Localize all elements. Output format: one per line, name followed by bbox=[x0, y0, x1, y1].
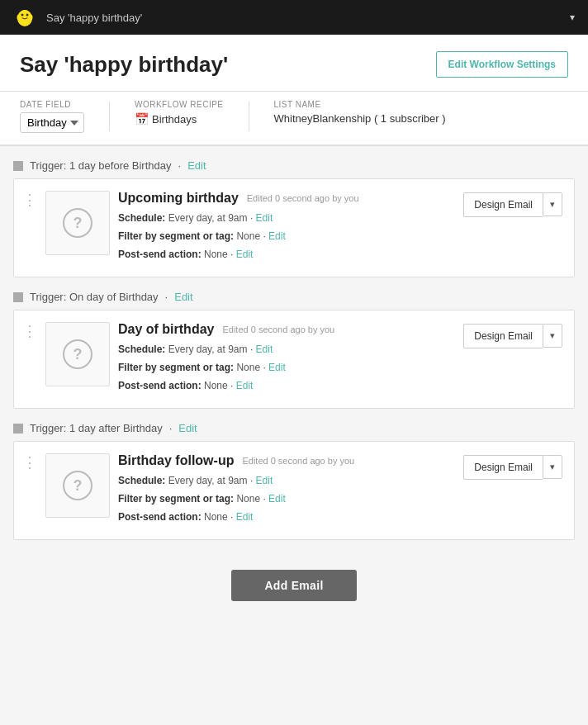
postsend-label-2: Post-send action: bbox=[118, 380, 202, 391]
drag-handle-1[interactable]: ⋮ bbox=[22, 191, 37, 207]
postsend-value-3: None bbox=[204, 511, 228, 523]
workflow-recipe-label: Workflow recipe bbox=[135, 100, 224, 109]
svg-point-2 bbox=[21, 14, 24, 17]
email-edited-1: Edited 0 second ago by you bbox=[247, 193, 359, 203]
email-schedule-3: Schedule: Every day, at 9am · Edit bbox=[118, 473, 455, 488]
postsend-edit-link-3[interactable]: Edit bbox=[236, 511, 254, 523]
email-postsend-1: Post-send action: None · Edit bbox=[118, 247, 455, 262]
mailchimp-logo bbox=[13, 6, 36, 29]
filter-edit-link-2[interactable]: Edit bbox=[268, 362, 286, 373]
email-thumbnail-2: ? bbox=[45, 322, 110, 386]
design-email-wrap-2: Design Email ▾ bbox=[463, 324, 562, 348]
email-filter-1: Filter by segment or tag: None · Edit bbox=[118, 229, 455, 244]
email-filter-2: Filter by segment or tag: None · Edit bbox=[118, 360, 455, 375]
drag-handle-3[interactable]: ⋮ bbox=[22, 453, 37, 470]
dropdown-arrow-icon-1: ▾ bbox=[550, 199, 555, 209]
postsend-edit-link-1[interactable]: Edit bbox=[236, 249, 254, 260]
list-name-value: WhitneyBlankenship ( 1 subscriber ) bbox=[274, 112, 446, 125]
email-title-row-2: Day of birthday Edited 0 second ago by y… bbox=[118, 322, 455, 337]
email-card-3: ⋮ ? Birthday follow-up Edited 0 second a… bbox=[13, 441, 575, 540]
workflow-recipe-value: Birthdays bbox=[152, 113, 197, 126]
filter-label-2: Filter by segment or tag: bbox=[118, 362, 234, 373]
schedule-edit-link-1[interactable]: Edit bbox=[256, 212, 273, 224]
email-details-2: Day of birthday Edited 0 second ago by y… bbox=[118, 322, 455, 396]
postsend-value-2: None bbox=[204, 380, 228, 391]
design-email-button-3[interactable]: Design Email bbox=[463, 455, 543, 480]
add-email-wrap: Add Email bbox=[13, 553, 575, 609]
postsend-value-1: None bbox=[204, 249, 228, 260]
design-dropdown-button-1[interactable]: ▾ bbox=[543, 192, 562, 216]
page-header: Say 'happy birthday' Edit Workflow Setti… bbox=[0, 35, 588, 92]
trigger-separator-1: · bbox=[178, 159, 182, 172]
trigger-edit-link-3[interactable]: Edit bbox=[178, 422, 197, 434]
dropdown-arrow-icon-3: ▾ bbox=[550, 462, 555, 471]
filter-value-3: None bbox=[236, 493, 260, 505]
question-circle-1: ? bbox=[63, 208, 92, 238]
svg-point-3 bbox=[26, 14, 29, 17]
top-bar-title: Say 'happy birthday' bbox=[46, 12, 142, 24]
schedule-edit-link-3[interactable]: Edit bbox=[256, 475, 273, 486]
list-name-meta: List name WhitneyBlankenship ( 1 subscri… bbox=[274, 100, 446, 125]
question-circle-2: ? bbox=[63, 339, 92, 369]
email-name-2: Day of birthday bbox=[118, 322, 214, 337]
filter-edit-link-3[interactable]: Edit bbox=[268, 493, 286, 505]
design-email-button-2[interactable]: Design Email bbox=[463, 324, 543, 348]
dropdown-arrow-icon-2: ▾ bbox=[550, 330, 555, 340]
meta-separator-2 bbox=[249, 102, 249, 131]
design-dropdown-button-3[interactable]: ▾ bbox=[543, 455, 562, 479]
schedule-label-3: Schedule: bbox=[118, 475, 165, 486]
date-field-meta: Date Field Birthday bbox=[20, 100, 84, 133]
svg-point-1 bbox=[20, 10, 30, 21]
drag-handle-2[interactable]: ⋮ bbox=[22, 322, 37, 339]
design-email-button-1[interactable]: Design Email bbox=[463, 192, 543, 217]
email-schedule-1: Schedule: Every day, at 9am · Edit bbox=[118, 211, 455, 225]
email-edited-2: Edited 0 second ago by you bbox=[222, 325, 334, 334]
email-schedule-2: Schedule: Every day, at 9am · Edit bbox=[118, 342, 455, 357]
svg-point-5 bbox=[29, 15, 33, 21]
trigger-text-2: Trigger: On day of Birthday bbox=[30, 291, 159, 303]
filter-value-2: None bbox=[236, 362, 260, 373]
schedule-value-1: Every day, at 9am bbox=[168, 212, 248, 224]
trigger-edit-link-2[interactable]: Edit bbox=[174, 291, 192, 303]
design-email-wrap-3: Design Email ▾ bbox=[463, 455, 562, 480]
email-card-2: ⋮ ? Day of birthday Edited 0 second ago … bbox=[13, 310, 575, 409]
schedule-label-2: Schedule: bbox=[118, 344, 165, 355]
email-thumbnail-3: ? bbox=[45, 453, 110, 518]
postsend-edit-link-2[interactable]: Edit bbox=[236, 380, 254, 391]
trigger-square-icon-2 bbox=[13, 292, 23, 302]
email-title-row-3: Birthday follow-up Edited 0 second ago b… bbox=[118, 453, 455, 468]
schedule-label-1: Schedule: bbox=[118, 212, 165, 224]
edit-workflow-button[interactable]: Edit Workflow Settings bbox=[436, 51, 568, 78]
workflow-recipe-meta: Workflow recipe 📅 Birthdays bbox=[135, 100, 224, 126]
main-content: Trigger: 1 day before Birthday · Edit ⋮ … bbox=[0, 146, 588, 629]
trigger-text-1: Trigger: 1 day before Birthday bbox=[30, 159, 172, 172]
postsend-label-3: Post-send action: bbox=[118, 511, 202, 523]
trigger-label-1: Trigger: 1 day before Birthday · Edit bbox=[13, 159, 575, 172]
postsend-label-1: Post-send action: bbox=[118, 249, 202, 260]
design-dropdown-button-2[interactable]: ▾ bbox=[543, 324, 562, 348]
trigger-label-2: Trigger: On day of Birthday · Edit bbox=[13, 291, 575, 303]
page-title: Say 'happy birthday' bbox=[20, 52, 228, 78]
trigger-square-icon-1 bbox=[13, 161, 23, 171]
trigger-label-3: Trigger: 1 day after Birthday · Edit bbox=[13, 422, 575, 434]
email-edited-3: Edited 0 second ago by you bbox=[242, 456, 354, 466]
trigger-edit-link-1[interactable]: Edit bbox=[187, 159, 206, 172]
email-name-1: Upcoming birthday bbox=[118, 191, 239, 206]
filter-edit-link-1[interactable]: Edit bbox=[268, 230, 286, 242]
trigger-section-3: Trigger: 1 day after Birthday · Edit ⋮ ?… bbox=[13, 422, 575, 540]
email-name-3: Birthday follow-up bbox=[118, 453, 234, 468]
trigger-separator-2: · bbox=[165, 291, 168, 303]
trigger-section-1: Trigger: 1 day before Birthday · Edit ⋮ … bbox=[13, 159, 575, 277]
trigger-square-icon-3 bbox=[13, 424, 23, 434]
add-email-button[interactable]: Add Email bbox=[231, 570, 356, 601]
email-postsend-3: Post-send action: None · Edit bbox=[118, 509, 455, 524]
email-thumbnail-1: ? bbox=[45, 191, 110, 255]
filter-label-3: Filter by segment or tag: bbox=[118, 493, 234, 505]
meta-separator-1 bbox=[109, 102, 110, 131]
date-field-select[interactable]: Birthday bbox=[20, 112, 84, 133]
top-bar-chevron-icon[interactable]: ▾ bbox=[570, 12, 575, 23]
filter-value-1: None bbox=[236, 230, 260, 242]
question-circle-3: ? bbox=[63, 471, 92, 500]
schedule-edit-link-2[interactable]: Edit bbox=[256, 344, 273, 355]
top-nav-bar: Say 'happy birthday' ▾ bbox=[0, 0, 588, 35]
